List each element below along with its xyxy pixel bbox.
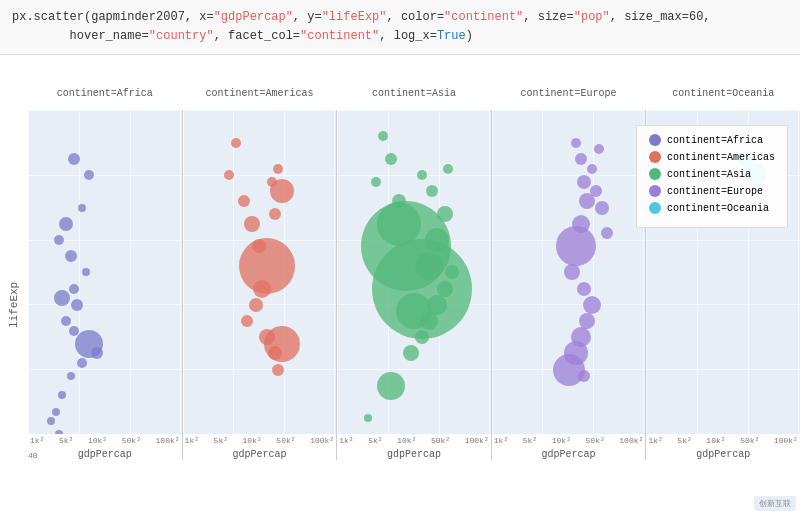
- bubble: [65, 250, 77, 262]
- bubble: [52, 408, 60, 416]
- bubble: [437, 281, 453, 297]
- bubble: [590, 185, 602, 197]
- legend-color-dot: [649, 185, 661, 197]
- bubble: [377, 372, 405, 400]
- bubble: [378, 131, 388, 141]
- chart-area: 85 80 75 70 65 60 55 50 45 40 lifeExp co…: [0, 55, 800, 514]
- bubble: [270, 179, 294, 203]
- bubble: [249, 298, 263, 312]
- legend-label: continent=Asia: [667, 169, 751, 180]
- code-line-1: px.scatter(gapminder2007, x="gdpPercap",…: [12, 8, 788, 27]
- bubble: [594, 144, 604, 154]
- bubble: [426, 185, 438, 197]
- bubble: [224, 170, 234, 180]
- bubble: [269, 208, 281, 220]
- legend-label: continent=Americas: [667, 152, 775, 163]
- facet-title: continent=Africa: [28, 88, 182, 99]
- watermark: 创新互联: [754, 496, 796, 511]
- bubble: [417, 170, 427, 180]
- bubble: [238, 195, 250, 207]
- bubble: [583, 296, 601, 314]
- facet-title: continent=Oceania: [646, 88, 800, 99]
- bubble: [578, 370, 590, 382]
- bubble: [571, 138, 581, 148]
- legend-label: continent=Europe: [667, 186, 763, 197]
- bubble: [58, 391, 66, 399]
- bubble: [59, 217, 73, 231]
- bubble: [241, 315, 253, 327]
- legend-label: continent=Oceania: [667, 203, 769, 214]
- bubble: [377, 202, 421, 246]
- chart-legend: continent=Africacontinent=Americascontin…: [636, 125, 788, 228]
- bubble: [601, 227, 613, 239]
- bubble: [55, 430, 63, 434]
- bubble: [231, 138, 241, 148]
- bubble: [564, 264, 580, 280]
- x-ticks: 1k²5k²10k²50k²100k²: [646, 436, 800, 445]
- legend-item: continent=Asia: [649, 168, 775, 180]
- facet-title: continent=Americas: [183, 88, 337, 99]
- bubble: [54, 235, 64, 245]
- bubble: [244, 216, 260, 232]
- facet-plot: [183, 110, 337, 434]
- legend-color-dot: [649, 151, 661, 163]
- facet-3: continent=Europe1k²5k²10k²50k²100k²gdpPe…: [492, 110, 647, 460]
- bubble: [69, 284, 79, 294]
- bubble: [595, 201, 609, 215]
- x-ticks: 1k²5k²10k²50k²100k²: [492, 436, 646, 445]
- facet-plot: [337, 110, 491, 434]
- legend-item: continent=Europe: [649, 185, 775, 197]
- bubble: [556, 226, 596, 266]
- facet-title: continent=Asia: [337, 88, 491, 99]
- bubble: [427, 295, 447, 315]
- bubble: [415, 252, 443, 280]
- bubble: [443, 164, 453, 174]
- x-ticks: 1k²5k²10k²50k²100k²: [28, 436, 182, 445]
- bubble: [82, 268, 90, 276]
- x-axis-label: gdpPercap: [337, 449, 491, 460]
- bubble: [91, 347, 103, 359]
- facets-container: continent=Africa1k²5k²10k²50k²100k²gdpPe…: [28, 55, 800, 514]
- bubble: [84, 170, 94, 180]
- facet-2: continent=Asia1k²5k²10k²50k²100k²gdpPerc…: [337, 110, 492, 460]
- legend-item: continent=Oceania: [649, 202, 775, 214]
- x-axis-label: gdpPercap: [183, 449, 337, 460]
- legend-color-dot: [649, 168, 661, 180]
- legend-color-dot: [649, 202, 661, 214]
- bubble: [415, 330, 429, 344]
- bubble: [253, 280, 271, 298]
- x-axis-label: gdpPercap: [28, 449, 182, 460]
- x-ticks: 1k²5k²10k²50k²100k²: [337, 436, 491, 445]
- bubble: [364, 414, 372, 422]
- legend-color-dot: [649, 134, 661, 146]
- bubble: [47, 417, 55, 425]
- bubble: [77, 358, 87, 368]
- bubble: [437, 206, 453, 222]
- bubble: [577, 175, 591, 189]
- x-axis-label: gdpPercap: [646, 449, 800, 460]
- facet-plot: [492, 110, 646, 434]
- bubble: [575, 153, 587, 165]
- legend-item: continent=Americas: [649, 151, 775, 163]
- bubble: [67, 372, 75, 380]
- bubble: [68, 153, 80, 165]
- bubble: [61, 316, 71, 326]
- bubble: [577, 282, 591, 296]
- facet-title: continent=Europe: [492, 88, 646, 99]
- legend-label: continent=Africa: [667, 135, 763, 146]
- bubble: [445, 265, 459, 279]
- bubble: [385, 153, 397, 165]
- code-header: px.scatter(gapminder2007, x="gdpPercap",…: [0, 0, 800, 55]
- bubble: [54, 290, 70, 306]
- bubble: [587, 164, 597, 174]
- code-line-2: hover_name="country", facet_col="contine…: [12, 27, 788, 46]
- y-axis-label: lifeExp: [0, 115, 28, 495]
- bubble: [272, 364, 284, 376]
- bubble: [273, 164, 283, 174]
- x-axis-label: gdpPercap: [492, 449, 646, 460]
- facet-plot: [28, 110, 182, 434]
- legend-item: continent=Africa: [649, 134, 775, 146]
- bubble: [78, 204, 86, 212]
- x-ticks: 1k²5k²10k²50k²100k²: [183, 436, 337, 445]
- bubble: [71, 299, 83, 311]
